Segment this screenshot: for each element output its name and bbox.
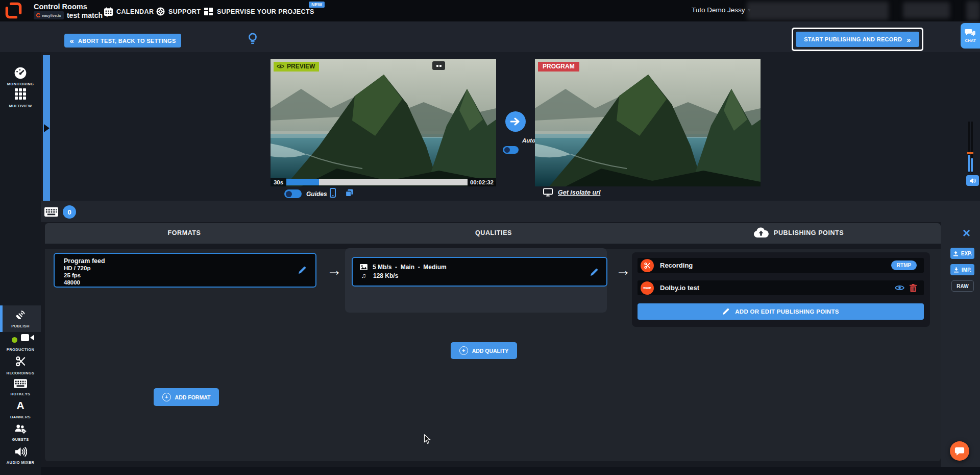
import-label: IMP.	[962, 267, 971, 273]
add-quality-button[interactable]: + ADD QUALITY	[451, 342, 517, 359]
abort-test-label: ABORT TEST, BACK TO SETTINGS	[78, 38, 176, 44]
preview-monitor[interactable]: PREVIEW 30s 00:02:32	[271, 59, 496, 186]
chat-bubble-icon	[954, 446, 965, 456]
raw-button[interactable]: RAW	[951, 280, 974, 292]
easylive-logo-icon	[5, 2, 22, 19]
close-panel-button[interactable]: ×	[963, 226, 970, 240]
add-or-edit-label: ADD OR EDIT PUBLISHING POINTS	[735, 308, 839, 315]
monitor-speaker-button[interactable]	[966, 175, 979, 186]
plus-circle-icon: +	[162, 393, 171, 401]
get-isolate-url-link[interactable]: Get isolate url	[558, 189, 600, 196]
edit-format-pencil-icon[interactable]	[298, 266, 306, 274]
quality-card[interactable]: 5 Mb/s - Main - Medium ♫ 128 Kb/s	[352, 257, 607, 287]
start-publishing-frame: START PUBLISHING AND RECORD »	[792, 28, 923, 51]
export-upload-icon	[953, 251, 959, 256]
rtmp-protocol-badge: RTMP	[891, 260, 917, 270]
support-chat-fab[interactable]	[950, 441, 969, 461]
preview-video-frame	[271, 59, 496, 186]
audio-quality-icon: ♫	[360, 273, 368, 279]
sidebar-item-audio-mixer-label: AUDIO MIXER	[0, 460, 41, 465]
import-button[interactable]: IMP.	[950, 264, 974, 275]
edit-quality-pencil-icon[interactable]	[590, 268, 598, 276]
delete-point-trash-icon[interactable]	[910, 284, 917, 292]
start-publishing-label: START PUBLISHING AND RECORD	[804, 36, 902, 42]
projects-grid-icon	[204, 7, 213, 16]
bottom-strip	[41, 467, 980, 475]
take-transition-button[interactable]	[505, 111, 526, 132]
preview-point-eye-icon[interactable]	[895, 284, 904, 291]
sidebar-item-publish[interactable]: PUBLISH	[0, 305, 41, 332]
calendar-icon	[104, 7, 113, 16]
project-selector[interactable]: easylive.io test match ▾	[34, 11, 109, 19]
transition-arrow-icon	[510, 117, 521, 126]
start-publishing-button[interactable]: START PUBLISHING AND RECORD »	[796, 32, 919, 47]
qualities-header: QUALITIES	[427, 229, 560, 236]
project-name: test match	[67, 11, 103, 19]
banners-a-icon: A	[0, 400, 41, 411]
preview-badge: PREVIEW	[274, 62, 319, 72]
chat-label: CHAT	[965, 38, 976, 43]
plus-circle-icon: +	[459, 346, 468, 355]
preview-eye-icon	[277, 64, 284, 69]
nav-supervise-label: SUPERVISE YOUR PROJECTS	[217, 8, 314, 15]
isolate-url-row: Get isolate url	[543, 188, 600, 197]
sidebar-item-multiview[interactable]	[0, 88, 41, 100]
timecode: 00:02:32	[468, 178, 496, 186]
format-card[interactable]: Program feed HD / 720p 25 fps 48000	[54, 253, 316, 288]
import-download-icon	[953, 267, 959, 273]
app-logo[interactable]	[5, 2, 22, 19]
add-format-label: ADD FORMAT	[175, 394, 211, 400]
mobile-preview-icon[interactable]	[330, 188, 336, 198]
video-quality-icon	[360, 264, 368, 270]
sidebar-item-production-label: PRODUCTION	[0, 347, 41, 352]
hotkeys-keyboard-icon	[0, 379, 41, 388]
abort-test-button[interactable]: « ABORT TEST, BACK TO SETTINGS	[64, 34, 181, 48]
mouse-cursor	[424, 434, 431, 444]
auto-transition-toggle[interactable]	[503, 146, 519, 154]
copy-preview-icon[interactable]	[346, 189, 353, 197]
export-button[interactable]: EXP.	[950, 248, 974, 259]
sidebar-item-monitoring[interactable]	[0, 66, 41, 80]
nav-calendar[interactable]: CALENDAR	[104, 7, 154, 16]
sidebar-item-banners-label: BANNERS	[0, 415, 41, 419]
quality-audio-spec: 128 Kb/s	[373, 272, 398, 279]
audio-mixer-speaker-icon	[0, 446, 41, 457]
publish-satellite-icon	[0, 308, 41, 321]
program-monitor[interactable]: PROGRAM	[535, 59, 761, 186]
guides-label: Guides	[306, 191, 327, 198]
chat-button[interactable]: CHAT	[961, 23, 980, 49]
monitor-icon	[543, 188, 553, 197]
monitoring-gauge-icon	[14, 66, 27, 80]
expand-triangle-icon[interactable]	[44, 124, 50, 132]
right-rail	[941, 201, 980, 475]
guides-toggle[interactable]	[284, 189, 302, 198]
add-format-button[interactable]: + ADD FORMAT	[154, 388, 219, 406]
publishing-point-name: Dolby.io test	[660, 284, 699, 292]
edit-pencil-icon	[722, 308, 729, 315]
transition-progress-bar	[286, 179, 468, 185]
left-sidebar: MONITORING MULTIVIEW PUBLISH	[0, 52, 41, 475]
export-label: EXP.	[961, 251, 972, 256]
hotkeys-counter[interactable]: 0	[44, 205, 76, 219]
nav-support[interactable]: SUPPORT	[156, 7, 201, 16]
guides-toggle-knob	[286, 191, 292, 197]
nav-supervise[interactable]: SUPERVISE YOUR PROJECTS	[204, 7, 314, 16]
wizard-toolbar: « ABORT TEST, BACK TO SETTINGS 1 SETTING…	[0, 21, 980, 52]
publishing-point-row-dolby[interactable]: WHIP Dolby.io test	[638, 280, 924, 295]
publishing-point-row-recording[interactable]: Recording RTMP	[638, 258, 924, 273]
multiview-grid-icon	[15, 88, 26, 100]
brand-mini-icon	[36, 13, 40, 17]
add-or-edit-publishing-points-button[interactable]: ADD OR EDIT PUBLISHING POINTS	[638, 303, 924, 320]
tip-bulb-icon[interactable]	[248, 33, 257, 45]
sidebar-item-recordings-label: RECORDINGS	[0, 371, 41, 375]
recording-scissors-icon	[641, 259, 654, 272]
auto-label: Auto	[522, 137, 535, 144]
brand-badge: easylive.io	[34, 11, 64, 19]
forward-chevrons-icon: »	[906, 35, 911, 44]
vu-level-left	[968, 155, 970, 172]
program-video-frame	[535, 59, 761, 186]
user-menu[interactable]: Tuto Demo Jessy ▾	[692, 6, 751, 14]
hotkeys-count-badge: 0	[63, 205, 76, 219]
speaker-icon	[969, 178, 976, 184]
format-to-quality-arrow: →	[327, 262, 342, 279]
